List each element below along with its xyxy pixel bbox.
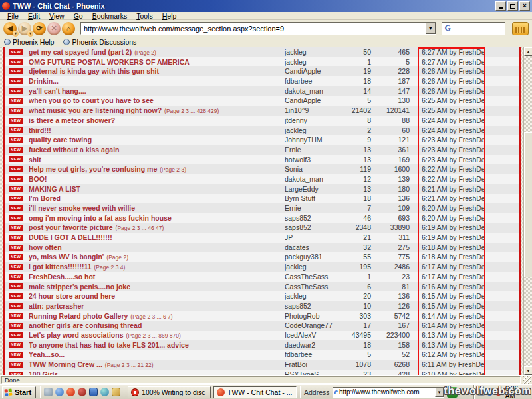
- thread-title-link[interactable]: yo, miss WV is bangin': [29, 253, 104, 261]
- new-post-icon[interactable]: NEW: [3, 360, 29, 370]
- new-post-icon[interactable]: NEW: [3, 311, 29, 321]
- new-post-icon[interactable]: NEW: [3, 233, 29, 243]
- back-button[interactable]: ◀▾: [3, 22, 17, 35]
- window-titlebar[interactable]: TWW - Chit Chat - Phoenix ×: [0, 0, 532, 12]
- new-post-icon[interactable]: NEW: [3, 291, 29, 301]
- minimize-button[interactable]: [495, 1, 506, 11]
- new-post-icon[interactable]: NEW: [3, 331, 29, 340]
- thread-title-link[interactable]: shit: [29, 156, 41, 164]
- scrollbar-thumb[interactable]: [524, 132, 532, 277]
- thread-title-link[interactable]: when you go to court you have to see: [29, 96, 154, 104]
- thread-title-link[interactable]: attn: partcrasher: [29, 302, 84, 310]
- menu-go[interactable]: Go: [69, 12, 88, 20]
- search-input[interactable]: [451, 23, 505, 33]
- new-post-icon[interactable]: NEW: [3, 135, 29, 145]
- new-post-icon[interactable]: NEW: [3, 203, 29, 213]
- new-post-icon[interactable]: NEW: [3, 116, 29, 126]
- address-input[interactable]: [339, 388, 435, 396]
- thread-page-links[interactable]: (Page 2): [106, 254, 128, 261]
- new-post-icon[interactable]: NEW: [3, 350, 29, 360]
- thread-title-link[interactable]: ya'll can't hang....: [29, 87, 86, 95]
- globe-icon[interactable]: [100, 388, 109, 396]
- thread-title-link[interactable]: post your favorite picture: [29, 223, 113, 231]
- new-post-icon[interactable]: NEW: [3, 76, 29, 86]
- home-button[interactable]: ⌂: [62, 22, 75, 35]
- browser-icon[interactable]: [55, 388, 64, 396]
- reload-button[interactable]: ⟳: [33, 22, 46, 35]
- thread-title-link[interactable]: is there a meteor shower?: [29, 116, 115, 124]
- thread-title-link[interactable]: i'll never smoke weed with willie: [29, 204, 135, 212]
- new-post-icon[interactable]: NEW: [3, 301, 29, 311]
- menu-help[interactable]: Help: [158, 12, 182, 20]
- menu-edit[interactable]: Edit: [23, 12, 45, 20]
- thread-title-link[interactable]: another girls are confusing thread: [29, 321, 142, 329]
- new-post-icon[interactable]: NEW: [3, 47, 29, 57]
- thread-title-link[interactable]: what music you are listening right now?: [29, 106, 162, 114]
- new-post-icon[interactable]: NEW: [3, 66, 29, 76]
- thread-title-link[interactable]: Running Retard photo Gallery: [29, 312, 128, 320]
- thread-page-links[interactable]: (Page 2 3 ... 21 22): [105, 362, 154, 368]
- restore-button[interactable]: [507, 1, 518, 11]
- scroll-up-button[interactable]: ▲: [524, 47, 532, 56]
- bookmark-phoenix-help[interactable]: Phoenix Help: [4, 38, 54, 46]
- new-post-icon[interactable]: NEW: [3, 164, 29, 174]
- new-post-icon[interactable]: NEW: [3, 57, 29, 67]
- forward-dropdown[interactable]: ▾: [27, 31, 33, 37]
- thread-page-links[interactable]: (Page 2 3 ... 6 7): [130, 313, 172, 320]
- url-input[interactable]: [81, 25, 426, 33]
- scroll-down-button[interactable]: ▼: [524, 366, 532, 375]
- thread-title-link[interactable]: third!!!: [29, 126, 51, 134]
- menu-view[interactable]: View: [45, 12, 69, 20]
- thread-page-links[interactable]: (Page 2 3 ... 869 870): [126, 332, 181, 339]
- url-dropdown-button[interactable]: ▼: [426, 23, 436, 34]
- new-post-icon[interactable]: NEW: [3, 155, 29, 165]
- new-post-icon[interactable]: NEW: [3, 194, 29, 203]
- new-post-icon[interactable]: NEW: [3, 282, 29, 292]
- stop-button[interactable]: ✕: [47, 22, 61, 35]
- menu-bookmarks[interactable]: Bookmarks: [88, 12, 132, 20]
- thread-title-link[interactable]: Drinkin...: [29, 77, 59, 85]
- new-post-icon[interactable]: NEW: [3, 223, 29, 233]
- notes-icon[interactable]: [112, 388, 120, 396]
- thread-title-link[interactable]: Yeah...so...: [29, 350, 65, 358]
- menu-tools[interactable]: Tools: [132, 12, 158, 20]
- thread-title-link[interactable]: TWW Morning Crew ...: [29, 360, 102, 368]
- new-post-icon[interactable]: NEW: [3, 106, 29, 116]
- vertical-scrollbar[interactable]: ▲ ▼: [523, 47, 532, 375]
- thread-title-link[interactable]: how often: [29, 243, 62, 251]
- thread-title-link[interactable]: fucked without a kiss again: [29, 146, 120, 154]
- new-post-icon[interactable]: NEW: [3, 96, 29, 106]
- new-post-icon[interactable]: NEW: [3, 213, 29, 223]
- thread-page-links[interactable]: (Page 2 3 ... 46 47): [116, 225, 164, 231]
- thread-title-link[interactable]: OMG FUTURE POSTAL WORKERS OF AMERICA: [29, 58, 190, 66]
- thread-title-link[interactable]: DUDE I GOT A DELL!!!!!!!: [29, 233, 112, 241]
- thread-page-links[interactable]: (Page 2): [134, 49, 156, 56]
- bookmark-phoenix-discussions[interactable]: Phoenix Discussions: [63, 38, 136, 46]
- thread-page-links[interactable]: (Page 2 3 4): [94, 264, 126, 271]
- thread-title-link[interactable]: get my cat spayed fund (part 2): [29, 48, 132, 56]
- new-post-icon[interactable]: NEW: [3, 174, 29, 184]
- start-button[interactable]: Start: [2, 386, 36, 398]
- task-button-cd-burn[interactable]: 100% Writing to disc: [128, 386, 211, 398]
- thread-title-link[interactable]: BOO!: [29, 175, 47, 183]
- new-post-icon[interactable]: NEW: [3, 370, 29, 375]
- phoenix-icon[interactable]: [66, 388, 75, 396]
- thread-title-link[interactable]: djeternal is kinda gay with this gun shi…: [29, 67, 159, 75]
- thread-title-link[interactable]: FreshDesh.....so hot: [29, 273, 95, 281]
- thread-title-link[interactable]: 24 hour store around here: [29, 292, 115, 300]
- thread-title-link[interactable]: Let's play word associations: [29, 331, 124, 339]
- forward-button[interactable]: ▶▾: [18, 22, 31, 35]
- thread-title-link[interactable]: omg i'm moving into a fat ass fuckin hou…: [29, 214, 172, 222]
- new-post-icon[interactable]: NEW: [3, 126, 29, 136]
- new-post-icon[interactable]: NEW: [3, 340, 29, 350]
- thread-title-link[interactable]: MAKING A LIST: [29, 185, 80, 193]
- thread-title-link[interactable]: To anyone that has had to take FLS 201..…: [29, 341, 189, 349]
- menu-file[interactable]: File: [3, 12, 23, 20]
- resize-grip[interactable]: [523, 376, 531, 384]
- thread-page-links[interactable]: (Page 2 3): [160, 166, 186, 173]
- thread-title-link[interactable]: Help me out girls, you're confusing me: [29, 165, 157, 173]
- task-button-phoenix[interactable]: TWW - Chit Chat - ...: [213, 386, 297, 398]
- back-dropdown[interactable]: ▾: [13, 31, 19, 37]
- new-post-icon[interactable]: NEW: [3, 252, 29, 262]
- mail-icon[interactable]: [89, 388, 98, 396]
